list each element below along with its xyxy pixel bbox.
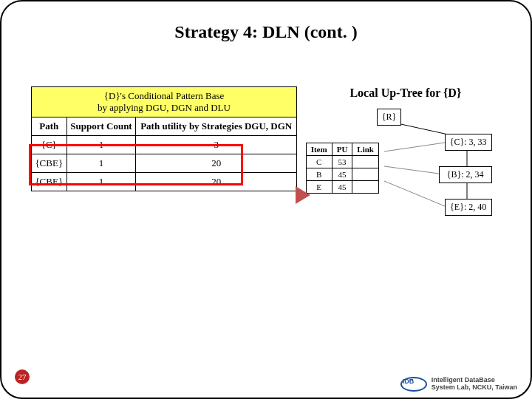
svg-line-4 <box>384 166 439 174</box>
cell-path-2: {CBE} <box>32 173 67 191</box>
footer-logo-text: IDB <box>403 378 415 385</box>
svg-line-3 <box>384 143 445 151</box>
footer-logo-icon: IDB <box>400 377 427 392</box>
item-col-item: Item <box>306 143 332 156</box>
cell-pu-2: 45 <box>332 181 352 194</box>
cpb-table: {D}'s Conditional Pattern Base by applyi… <box>31 86 297 191</box>
cpb-header: {D}'s Conditional Pattern Base by applyi… <box>32 87 297 117</box>
cell-link-0 <box>352 156 379 168</box>
tree-node-e: {E}: 2, 40 <box>445 199 492 216</box>
slide-title: Strategy 4: DLN (cont. ) <box>1 22 531 42</box>
table-row: {C} 1 3 <box>32 136 297 154</box>
cpb-header-line1: {D}'s Conditional Pattern Base <box>104 90 225 101</box>
item-col-link: Link <box>352 143 379 156</box>
table-row: B 45 <box>306 168 378 181</box>
cell-support-2: 1 <box>66 173 136 191</box>
cpb-header-line2: by applying DGU, DGN and DLU <box>98 102 231 113</box>
table-row: {CBE} 1 20 <box>32 154 297 173</box>
left-panel: {D}'s Conditional Pattern Base by applyi… <box>31 86 303 255</box>
cell-link-1 <box>352 168 379 181</box>
item-col-pu: PU <box>332 143 352 156</box>
cpb-col-utility: Path utility by Strategies DGU, DGN <box>136 117 297 136</box>
cell-link-2 <box>352 181 379 194</box>
arrow-icon <box>296 186 325 201</box>
tree-node-b: {B}: 2, 34 <box>439 166 492 183</box>
cell-utility-0: 3 <box>136 136 297 154</box>
cell-pu-1: 45 <box>332 168 352 181</box>
cell-path-0: {C} <box>32 136 67 154</box>
right-panel: Local Up-Tree for {D} {R} {C}: 3, 33 {B}… <box>310 86 501 255</box>
uptree-title: Local Up-Tree for {D} <box>310 86 501 100</box>
tree-node-root: {R} <box>377 109 402 126</box>
cell-support-1: 1 <box>66 154 136 173</box>
tree-node-c: {C}: 3, 33 <box>445 134 492 151</box>
tree-diagram: {R} {C}: 3, 33 {B}: 2, 34 {E}: 2, 40 Ite… <box>310 107 501 255</box>
cpb-col-path: Path <box>32 117 67 136</box>
cell-utility-2: 20 <box>136 173 297 191</box>
svg-line-5 <box>384 181 445 206</box>
table-row: {CBE} 1 20 <box>32 173 297 191</box>
cell-item-1: B <box>306 168 332 181</box>
cell-item-0: C <box>306 156 332 168</box>
table-row: C 53 <box>306 156 378 168</box>
page-number-badge: 27 <box>15 369 30 384</box>
content-area: {D}'s Conditional Pattern Base by applyi… <box>1 86 531 255</box>
slide-frame: Strategy 4: DLN (cont. ) {D}'s Condition… <box>0 0 532 399</box>
footer-line2: System Lab, NCKU, Taiwan <box>432 384 517 392</box>
cell-path-1: {CBE} <box>32 154 67 173</box>
cell-pu-0: 53 <box>332 156 352 168</box>
cpb-col-support: Support Count <box>66 117 136 136</box>
cell-support-0: 1 <box>66 136 136 154</box>
footer: IDB Intelligent DataBase System Lab, NCK… <box>400 377 517 392</box>
cell-utility-1: 20 <box>136 154 297 173</box>
footer-text: Intelligent DataBase System Lab, NCKU, T… <box>432 377 517 392</box>
